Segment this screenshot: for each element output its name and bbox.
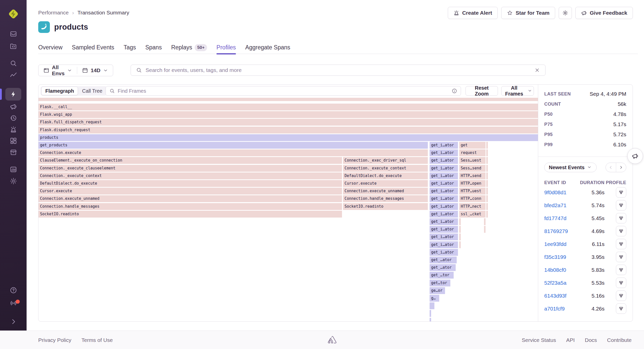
flamegraph-frame[interactable]: get_…ator: [430, 264, 456, 271]
event-id-link[interactable]: 1ee93fdd: [544, 241, 574, 247]
flamegraph-frame-sliver[interactable]: [486, 211, 488, 218]
view-profile-button[interactable]: [616, 200, 626, 210]
flamegraph-frame[interactable]: Connection._exec_driver_sql: [343, 157, 428, 164]
flamegraph-frame[interactable]: get_…ator: [430, 257, 457, 263]
flamegraph-frame-sliver[interactable]: [459, 234, 461, 240]
flamegraph-frame[interactable]: get_i…ator: [430, 234, 458, 240]
event-id-link[interactable]: 52f23a5a: [544, 280, 574, 286]
flamegraph-frame[interactable]: Connection.execute: [38, 149, 428, 156]
event-id-link[interactable]: 6143d93f: [544, 293, 574, 299]
flamegraph-frame[interactable]: HTTP…open: [459, 180, 486, 187]
sidebar-item-settings[interactable]: [0, 175, 27, 187]
flamegraph-frame[interactable]: Cursor.execute: [343, 180, 428, 187]
sidebar-item-search[interactable]: [0, 57, 27, 69]
flamegraph-frame[interactable]: get_i…ator: [430, 149, 458, 156]
create-alert-button[interactable]: Create Alert: [448, 7, 498, 19]
flamegraph-frame-sliver[interactable]: [38, 98, 538, 101]
search-input[interactable]: Search for events, users, tags, and more: [131, 65, 546, 76]
flamegraph-frame[interactable]: Cursor.execute: [38, 188, 342, 195]
flamegraph-frame[interactable]: Sess…uest: [459, 157, 486, 164]
flamegraph-frame[interactable]: HTTP…uest: [459, 188, 486, 195]
event-id-link[interactable]: bfed2a71: [544, 202, 574, 208]
flamegraph-frame[interactable]: Connection._execute_context: [38, 172, 342, 179]
flamegraph-frame[interactable]: get: [459, 142, 486, 149]
floating-feedback-button[interactable]: [627, 148, 643, 164]
view-profile-button[interactable]: [616, 303, 626, 314]
breadcrumb-parent[interactable]: Performance: [38, 10, 69, 16]
view-profile-button[interactable]: [616, 226, 626, 236]
view-profile-button[interactable]: [616, 265, 626, 275]
view-profile-button[interactable]: [616, 278, 626, 288]
flamegraph-frame[interactable]: Connection.handle_messages: [343, 195, 428, 202]
flamegraph-frame[interactable]: Sess…send: [459, 165, 486, 172]
event-id-link[interactable]: fd17747d: [544, 215, 574, 221]
sidebar-item-dashboards[interactable]: [0, 135, 27, 147]
star-for-team-button[interactable]: Star for Team: [501, 7, 555, 19]
flamegraph-frame[interactable]: get_i…ator: [430, 241, 458, 248]
flamegraph-frame[interactable]: get_i…ator: [430, 195, 458, 202]
flamegraph-toggle[interactable]: Flamegraph: [41, 87, 78, 95]
flamegraph-frame-sliver[interactable]: [459, 241, 461, 248]
view-profile-button[interactable]: [616, 187, 626, 198]
event-sort-dropdown[interactable]: Newest Events: [544, 163, 597, 172]
flamegraph-frame-sliver[interactable]: [486, 149, 488, 156]
tab-tags[interactable]: Tags: [124, 42, 136, 54]
sidebar-item-issues[interactable]: [0, 28, 27, 40]
sidebar-item-performance[interactable]: [0, 69, 27, 82]
flamegraph-frame[interactable]: HTTP…send: [459, 172, 486, 179]
flamegraph-frame[interactable]: Connection.handle_messages: [38, 203, 342, 210]
event-id-link[interactable]: a701fcf9: [544, 306, 574, 312]
footer-link-api[interactable]: API: [566, 337, 575, 343]
find-frames-input[interactable]: Find Frames: [106, 86, 461, 96]
tab-replays[interactable]: Replays50+: [171, 42, 207, 54]
flamegraph-frame[interactable]: get_i…ator: [430, 188, 458, 195]
flamegraph-frame[interactable]: DefaultDialect.do_execute: [38, 180, 342, 187]
flamegraph-frame[interactable]: ClauseElement._execute_on_connection: [38, 157, 342, 164]
tab-profiles[interactable]: Profiles: [216, 42, 236, 54]
flamegraph-frame[interactable]: ssl_…cket: [459, 211, 486, 218]
flamegraph-frame[interactable]: Connection._execute_context: [343, 165, 428, 172]
flamegraph-frame-sliver[interactable]: [486, 195, 488, 202]
flamegraph-frame-sliver[interactable]: [430, 310, 431, 317]
flamegraph-frame[interactable]: get_i…ator: [430, 157, 458, 164]
flamegraph-frame-sliver[interactable]: [430, 302, 434, 309]
tab-overview[interactable]: Overview: [38, 42, 63, 54]
next-page-button[interactable]: [616, 163, 626, 172]
reset-zoom-button[interactable]: Reset Zoom: [466, 86, 498, 96]
sidebar-item-replays[interactable]: [0, 112, 27, 124]
flamegraph-frame[interactable]: Connection.execute_unnamed: [343, 188, 428, 195]
footer-link-contribute[interactable]: Contribute: [607, 337, 632, 343]
call-tree-toggle[interactable]: Call Tree: [78, 88, 106, 94]
flamegraph-frame-sliver[interactable]: [486, 142, 488, 149]
sidebar-item-whats-new[interactable]: [0, 297, 27, 309]
flamegraph-frame-sliver[interactable]: [486, 157, 488, 164]
flamegraph-frame[interactable]: get_i…ator: [430, 165, 458, 172]
flamegraph-frame[interactable]: ge…or: [430, 287, 445, 294]
flamegraph-frame[interactable]: request: [459, 149, 486, 156]
view-profile-button[interactable]: [616, 290, 626, 301]
prev-page-button[interactable]: [606, 163, 616, 172]
flamegraph-frame-sliver[interactable]: [486, 165, 488, 172]
event-id-link[interactable]: 14b08cf0: [544, 267, 574, 273]
flamegraph-frame[interactable]: SocketIO.readinto: [343, 203, 428, 210]
flamegraph-frame[interactable]: DefaultDialect.do_execute: [343, 172, 428, 179]
sidebar-item-help[interactable]: [0, 284, 27, 296]
flamegraph-frame[interactable]: get_i…ator: [430, 203, 458, 210]
clear-search-icon[interactable]: [534, 67, 540, 73]
sidebar-item-profiling[interactable]: [0, 88, 27, 100]
flamegraph-frame[interactable]: HTTP…nect: [459, 203, 486, 210]
sentry-logo[interactable]: [7, 8, 20, 20]
tab-aggregate-spans[interactable]: Aggregate Spans: [245, 42, 290, 54]
flamegraph-frame-sliver[interactable]: [459, 218, 461, 225]
flamegraph-frame[interactable]: get_i…ator: [430, 249, 458, 256]
flamegraph-frame[interactable]: SocketIO.readinto: [38, 211, 342, 218]
footer-link-service-status[interactable]: Service Status: [522, 337, 556, 343]
flamegraph-frame[interactable]: get_i…ator: [430, 211, 458, 218]
flamegraph[interactable]: Flask.__call__Flask.wsgi_appFlask.full_d…: [38, 97, 538, 322]
sidebar-item-feedback[interactable]: [0, 101, 27, 113]
settings-button[interactable]: [559, 7, 572, 19]
flamegraph-frame[interactable]: get_i…ator: [430, 172, 458, 179]
flamegraph-frame[interactable]: Flask.full_dispatch_request: [38, 119, 538, 126]
sidebar-item-projects[interactable]: [0, 40, 27, 52]
flamegraph-frame[interactable]: Connection.execute_unnamed: [38, 195, 342, 202]
